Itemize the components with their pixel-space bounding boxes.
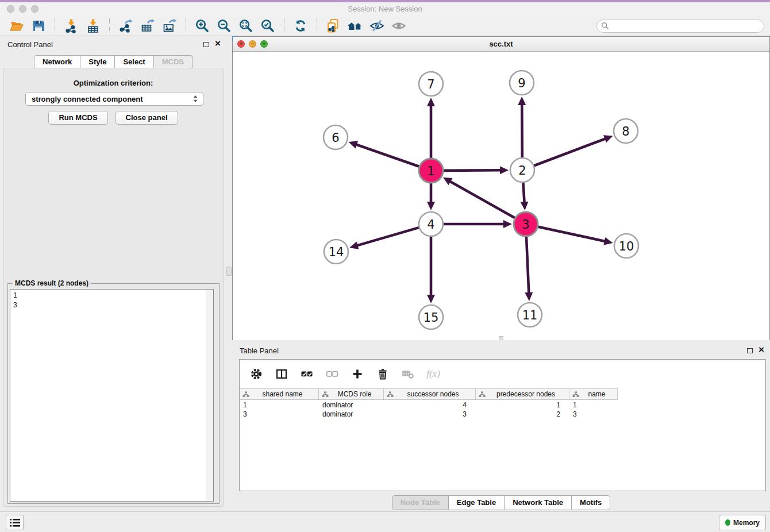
table-row[interactable]: 1dominator411	[240, 400, 765, 410]
cell-successor-nodes[interactable]: 3	[384, 410, 476, 419]
tab-network[interactable]: Network	[34, 55, 80, 69]
memory-button[interactable]: Memory	[719, 515, 766, 530]
table-settings-button[interactable]	[247, 364, 266, 384]
close-panel-button[interactable]: Close panel	[116, 111, 178, 125]
node-label-14: 14	[329, 245, 344, 259]
eye-slash-icon	[369, 18, 384, 33]
first-neighbors-button[interactable]	[346, 17, 364, 34]
export-table-icon	[140, 18, 155, 33]
search-input[interactable]	[611, 21, 760, 30]
list-icon	[9, 518, 21, 528]
tab-node-table[interactable]: Node Table	[392, 495, 449, 510]
column-header-successor-nodes[interactable]: successor nodes	[384, 389, 476, 399]
column-header-predecessor-nodes[interactable]: predecessor nodes	[476, 389, 569, 399]
tab-style[interactable]: Style	[80, 55, 115, 69]
node-label-15: 15	[424, 311, 439, 325]
duplicate-network-button[interactable]	[324, 17, 342, 34]
edge-3-11[interactable]	[526, 237, 529, 294]
status-bar: Memory	[0, 511, 770, 532]
function-builder-button[interactable]: f(x)	[424, 364, 443, 384]
delete-column-button[interactable]	[373, 364, 392, 384]
cell-name[interactable]: 3	[569, 410, 618, 419]
cell-shared-name[interactable]: 1	[240, 400, 319, 410]
mcds-result-box[interactable]: 1 3	[10, 289, 214, 502]
fx-icon: f(x)	[426, 368, 440, 380]
network-title: scc.txt	[233, 40, 769, 48]
open-folder-icon	[9, 18, 24, 33]
session-title: Session: New Session	[0, 5, 770, 13]
tab-network-table[interactable]: Network Table	[505, 495, 572, 510]
mcds-result-group: MCDS result (2 nodes) 1 3	[7, 283, 220, 504]
hide-selected-button[interactable]	[368, 17, 386, 34]
trash-icon	[376, 368, 389, 380]
edge-4-14[interactable]	[357, 228, 419, 246]
cell-MCDS-role[interactable]: dominator	[319, 410, 384, 419]
add-column-button[interactable]	[348, 364, 367, 384]
edge-2-9[interactable]	[522, 104, 522, 157]
export-image-button[interactable]	[160, 17, 179, 34]
import-network-button[interactable]	[62, 17, 80, 34]
edge-3-1[interactable]	[449, 181, 515, 218]
edge-1-2[interactable]	[444, 170, 501, 171]
table-row[interactable]: 3dominator323	[240, 410, 765, 419]
cell-name[interactable]: 1	[569, 400, 618, 410]
node-label-8: 8	[622, 125, 629, 138]
column-header-name[interactable]: name	[569, 389, 618, 399]
zoom-selected-button[interactable]	[259, 17, 277, 34]
criterion-select[interactable]: strongly connected component	[25, 92, 203, 106]
arrowhead-2-9	[518, 97, 526, 105]
import-table-icon	[86, 18, 101, 33]
zoom-in-button[interactable]	[193, 17, 211, 34]
network-view-window: × − + scc.txt 7968124314101511	[232, 36, 770, 340]
float-panel-icon[interactable]	[203, 42, 209, 47]
close-panel-icon[interactable]: ×	[759, 346, 764, 354]
cell-predecessor-nodes[interactable]: 1	[476, 400, 569, 410]
deselect-all-button[interactable]	[322, 364, 342, 384]
arrowhead-3-11	[525, 292, 533, 301]
import-table-button[interactable]	[84, 17, 102, 34]
unchecked-boxes-icon	[326, 368, 338, 380]
cell-predecessor-nodes[interactable]: 2	[476, 410, 569, 419]
column-header-shared-name[interactable]: shared name	[240, 389, 319, 399]
cell-successor-nodes[interactable]: 4	[384, 400, 476, 410]
search-box[interactable]	[596, 20, 764, 33]
export-network-icon	[118, 18, 133, 33]
column-header-MCDS-role[interactable]: MCDS role	[319, 389, 384, 399]
open-session-button[interactable]	[7, 17, 26, 34]
export-network-button[interactable]	[117, 17, 135, 34]
select-all-button[interactable]	[297, 364, 317, 384]
task-history-button[interactable]	[6, 515, 24, 530]
show-all-button[interactable]	[390, 17, 408, 34]
zoom-fit-button[interactable]	[237, 17, 255, 34]
control-panel-header: Control Panel ×	[0, 36, 226, 53]
close-panel-icon[interactable]: ×	[215, 40, 221, 48]
duplicate-network-icon	[326, 18, 341, 33]
plus-icon	[351, 368, 364, 380]
zoom-out-button[interactable]	[215, 17, 233, 34]
edge-2-8[interactable]	[534, 138, 606, 165]
tab-mcds[interactable]: MCDS	[154, 55, 192, 69]
delete-table-icon	[402, 368, 414, 380]
network-window-titlebar[interactable]: × − + scc.txt	[233, 37, 769, 52]
export-table-button[interactable]	[138, 17, 157, 34]
network-canvas[interactable]: 7968124314101511	[233, 52, 769, 340]
refresh-button[interactable]	[291, 17, 310, 34]
delete-table-button[interactable]	[398, 364, 418, 384]
edge-1-6[interactable]	[356, 144, 419, 167]
save-session-button[interactable]	[29, 17, 48, 34]
edge-2-3[interactable]	[523, 183, 524, 203]
cell-MCDS-role[interactable]: dominator	[319, 400, 384, 410]
cell-shared-name[interactable]: 3	[240, 410, 319, 419]
column-visibility-button[interactable]	[272, 364, 291, 384]
panel-splitter-grip[interactable]	[226, 267, 232, 276]
arrowhead-4-3	[503, 220, 512, 228]
node-label-9: 9	[518, 76, 525, 90]
tab-edge-table[interactable]: Edge Table	[449, 495, 505, 510]
run-mcds-button[interactable]: Run MCDS	[48, 111, 107, 125]
tab-motifs[interactable]: Motifs	[572, 495, 610, 510]
edge-3-10[interactable]	[538, 227, 605, 241]
network-resize-grip[interactable]	[499, 336, 503, 340]
float-panel-icon[interactable]	[747, 348, 753, 353]
result-scrollbar[interactable]	[206, 290, 213, 501]
tab-select[interactable]: Select	[115, 55, 153, 69]
